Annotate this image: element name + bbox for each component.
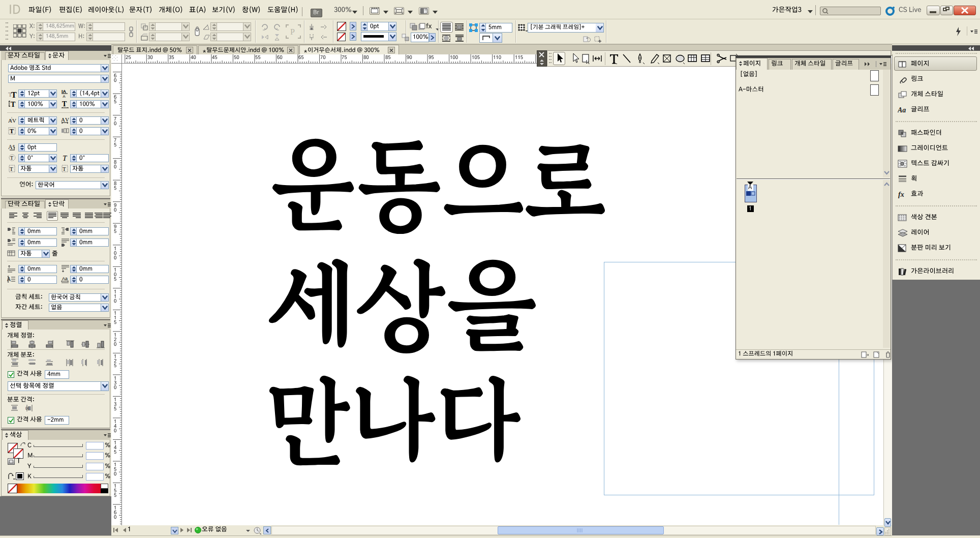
svg-text:T: T	[11, 91, 17, 99]
svg-text:P: P	[290, 27, 295, 36]
svg-text:T: T	[62, 100, 67, 108]
svg-text:A: A	[8, 143, 13, 151]
svg-text:V: V	[12, 117, 16, 124]
svg-text:Aa: Aa	[62, 276, 68, 281]
svg-text:T: T	[63, 154, 68, 162]
svg-text:A: A	[7, 277, 11, 282]
svg-text:T: T	[10, 128, 14, 135]
svg-text:A: A	[61, 116, 65, 123]
svg-text:T: T	[11, 101, 16, 108]
svg-text:메: 메	[25, 406, 30, 411]
svg-text:T: T	[63, 166, 66, 172]
svg-text:fx: fx	[898, 191, 904, 198]
svg-text:Aa: Aa	[898, 106, 906, 114]
svg-text:T: T	[10, 155, 13, 161]
svg-text:T: T	[10, 166, 13, 172]
svg-text:A: A	[63, 94, 66, 98]
svg-text:V: V	[65, 116, 69, 123]
